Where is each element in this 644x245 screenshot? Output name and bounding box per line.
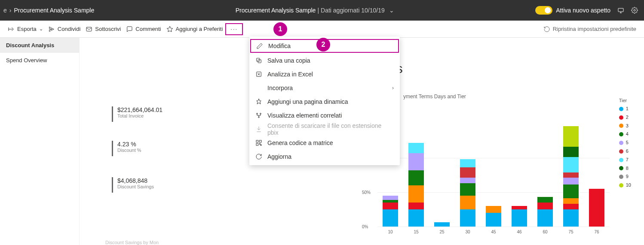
menu-add-live-label: Aggiungi una pagina dinamica [267, 98, 348, 105]
bar-segment [537, 203, 553, 209]
kpi-invoice-label: Total Invoice [117, 113, 163, 118]
breadcrumb-title[interactable]: Procurement Analysis Sample [14, 7, 94, 14]
reset-button[interactable]: Ripristina impostazioni predefinite [541, 22, 639, 36]
settings-icon[interactable] [631, 7, 638, 14]
bar-segment [383, 209, 398, 227]
legend-label: 10 [626, 181, 631, 190]
legend-item[interactable]: 8 [619, 164, 631, 173]
discount-by-terms-chart[interactable]: yment Terms Days and Tier Tier 123456789… [360, 94, 631, 239]
menu-view-related[interactable]: Visualizza elementi correlati [249, 109, 400, 122]
svg-rect-11 [259, 140, 261, 142]
legend-label: 1 [626, 105, 629, 113]
legend-item[interactable]: 9 [619, 172, 631, 181]
svg-marker-3 [167, 26, 172, 32]
legend-swatch-icon [619, 107, 623, 111]
comments-button[interactable]: Commenti [123, 22, 163, 36]
legend-swatch-icon [619, 158, 623, 162]
kpi-discount-pct[interactable]: 4.23 % Discount % [112, 141, 141, 156]
copy-icon [255, 57, 262, 64]
pencil-icon [256, 42, 263, 49]
legend-label: 5 [626, 139, 629, 147]
chevron-down-icon: ⌄ [39, 26, 43, 32]
toggle-switch-icon[interactable] [535, 6, 552, 15]
bar-column[interactable] [408, 143, 424, 227]
favorite-button[interactable]: Aggiungi a Preferiti [164, 22, 226, 36]
legend-swatch-icon [619, 183, 623, 188]
legend-item[interactable]: 2 [619, 113, 631, 122]
chevron-down-icon[interactable]: ⌄ [389, 7, 394, 14]
bar-segment [589, 189, 604, 227]
menu-refresh[interactable]: Aggiorna [249, 150, 400, 163]
bar-segment [563, 126, 579, 147]
bar-column[interactable] [512, 206, 527, 227]
kpi-discount-savings[interactable]: $4,068,848 Discount Savings [112, 177, 154, 193]
share-button[interactable]: Condividi [46, 22, 83, 36]
menu-save-copy[interactable]: Salva una copia [249, 54, 400, 67]
legend-label: 2 [626, 113, 629, 122]
svg-point-8 [260, 113, 261, 115]
bar-segment [486, 213, 501, 227]
new-look-toggle[interactable]: Attiva nuovo aspetto [535, 6, 610, 15]
pin-icon [255, 98, 262, 105]
legend-swatch-icon [619, 149, 623, 154]
x-axis-tick: 76 [594, 230, 599, 234]
legend-title: Tier [619, 98, 631, 103]
menu-generate-qr[interactable]: Genera codice a matrice [249, 136, 400, 150]
bar-column[interactable] [563, 126, 579, 227]
kpi-total-invoice[interactable]: $221,664,064.01 Total Invoice [112, 106, 163, 122]
legend-item[interactable]: 1 [619, 105, 631, 113]
bar-column[interactable] [537, 197, 553, 227]
more-icon: ··· [230, 26, 238, 32]
chart-plot-area: 0%50%100%101525304546607576 [377, 124, 610, 227]
bar-column[interactable] [589, 189, 604, 227]
legend-swatch-icon [619, 141, 623, 145]
bar-segment [512, 209, 527, 227]
share-label: Condividi [58, 26, 80, 32]
callout-marker-2: 2 [316, 38, 330, 51]
legend-swatch-icon [619, 115, 623, 120]
legend-item[interactable]: 6 [619, 147, 631, 156]
chevron-right-icon: › [392, 85, 394, 91]
menu-add-live-page[interactable]: Aggiungi una pagina dinamica [249, 95, 400, 109]
presentation-icon[interactable] [617, 7, 624, 14]
legend-item[interactable]: 4 [619, 130, 631, 139]
header-title-group[interactable]: Procurement Analysis Sample | Dati aggio… [94, 7, 535, 14]
bar-segment [460, 209, 475, 227]
legend-item[interactable]: 5 [619, 139, 631, 147]
action-toolbar: Esporta ⌄ Condividi Sottoscrivi Commenti… [0, 21, 644, 38]
bar-column[interactable] [460, 159, 475, 227]
favorite-label: Aggiungi a Preferiti [176, 26, 223, 32]
svg-rect-14 [261, 145, 261, 145]
x-axis-tick: 30 [465, 230, 470, 234]
menu-analyze-excel[interactable]: Analizza in Excel [249, 67, 400, 81]
page-tab-spend-overview[interactable]: Spend Overview [0, 53, 79, 68]
subscribe-button[interactable]: Sottoscrivi [83, 22, 123, 36]
bar-segment [537, 209, 553, 227]
svg-point-9 [258, 117, 260, 118]
bar-column[interactable] [383, 196, 398, 227]
x-axis-tick: 25 [439, 230, 444, 234]
bar-segment [460, 159, 475, 167]
header-title: Procurement Analysis Sample [236, 7, 316, 14]
bar-column[interactable] [486, 206, 501, 227]
legend-label: 6 [626, 147, 629, 156]
page-tab-discount-analysis[interactable]: Discount Analysis [0, 38, 79, 53]
bar-segment [486, 206, 501, 213]
menu-analyze-excel-label: Analizza in Excel [267, 71, 313, 78]
legend-item[interactable]: 10 [619, 181, 631, 190]
legend-item[interactable]: 7 [619, 156, 631, 164]
menu-embed[interactable]: Incorpora › [249, 81, 400, 95]
bar-segment [460, 183, 475, 196]
x-axis-tick: 15 [414, 230, 418, 234]
more-options-button[interactable]: ··· [225, 23, 243, 35]
qr-icon [255, 139, 262, 146]
chart-footer-label: Discount Savings by Mon [105, 240, 159, 245]
export-button[interactable]: Esporta ⌄ [5, 22, 46, 36]
bar-segment [537, 197, 553, 203]
bar-column[interactable] [434, 222, 450, 227]
bar-segment [563, 209, 579, 227]
legend-label: 7 [626, 156, 629, 164]
legend-item[interactable]: 3 [619, 122, 631, 130]
legend-label: 8 [626, 164, 629, 173]
chevron-right-icon: › [9, 7, 12, 14]
